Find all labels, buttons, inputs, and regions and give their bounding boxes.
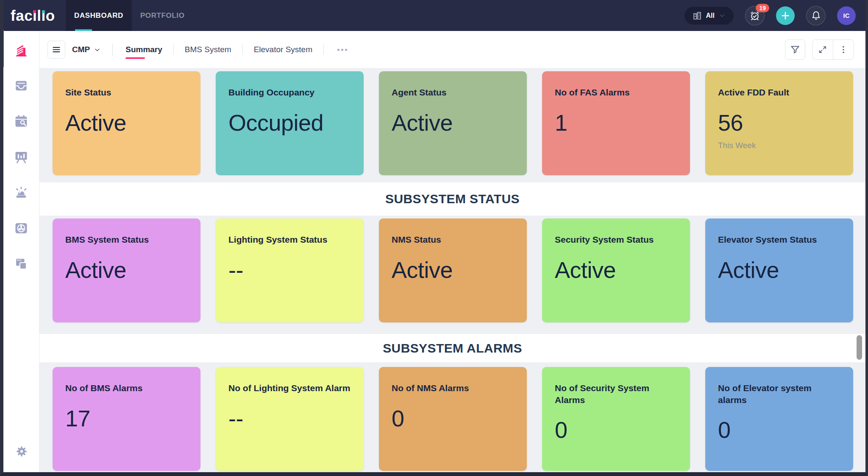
- card-value: Active: [392, 109, 514, 136]
- siren-icon: [14, 185, 29, 200]
- tab-label: BMS System: [185, 45, 231, 54]
- create-new-button[interactable]: [776, 6, 795, 25]
- card-label: Elevator System Status: [718, 234, 840, 246]
- tab-elevator-system[interactable]: Elevator System: [252, 31, 314, 69]
- tab-bms-system[interactable]: BMS System: [183, 31, 233, 69]
- nav-tab-dashboard[interactable]: DASHBOARD: [66, 0, 132, 31]
- stat-card[interactable]: No of FAS Alarms1: [542, 71, 690, 175]
- stat-card[interactable]: No of NMS Alarms0: [379, 367, 527, 471]
- card-value: --: [228, 405, 351, 431]
- bell-icon: [810, 10, 822, 21]
- card-value: --: [228, 257, 351, 283]
- stat-card[interactable]: Agent StatusActive: [379, 71, 527, 175]
- kebab-icon: [838, 45, 849, 55]
- view-actions-group: [812, 39, 854, 60]
- dashboard-content: Site StatusActiveBuilding OccupancyOccup…: [39, 69, 865, 472]
- dashboard-tabs: Summary BMS System Elevator System: [124, 31, 347, 69]
- fullscreen-button[interactable]: [812, 40, 833, 59]
- toolbar-divider: [112, 44, 113, 56]
- sidebar-nav: [3, 31, 39, 472]
- card-grid: No of BMS Alarms17No of Lighting System …: [39, 367, 865, 471]
- stat-card[interactable]: Active FDD Fault56This Week: [705, 71, 853, 175]
- sidebar-item-maintenance[interactable]: [13, 113, 29, 129]
- sidebar-item-apps[interactable]: [13, 256, 29, 272]
- tab-summary[interactable]: Summary: [124, 31, 164, 69]
- chart-board-icon: [14, 149, 29, 165]
- top-nav-tabs: DASHBOARD PORTFOLIO: [66, 0, 193, 31]
- sidebar-item-settings[interactable]: [3, 445, 39, 458]
- stat-card[interactable]: Lighting System Status--: [216, 218, 364, 322]
- buildings-icon: [692, 11, 702, 21]
- sidebar-item-dashboards[interactable]: [13, 149, 29, 165]
- card-label: No of Lighting System Alarm: [228, 382, 351, 394]
- stat-card[interactable]: No of Lighting System Alarm--: [216, 367, 364, 471]
- card-label: Active FDD Fault: [718, 87, 840, 98]
- top-nav-actions: All 19 IC: [684, 0, 865, 31]
- sidebar-item-inbox[interactable]: [13, 78, 29, 94]
- toolbar-actions: [785, 39, 854, 60]
- card-value: 56: [718, 109, 840, 136]
- stat-card[interactable]: BMS System StatusActive: [53, 218, 200, 322]
- stat-card[interactable]: Site StatusActive: [53, 71, 200, 175]
- sidebar-item-hvac[interactable]: [13, 220, 29, 236]
- stat-card[interactable]: NMS StatusActive: [379, 218, 527, 322]
- site-scope-dropdown[interactable]: All: [684, 7, 734, 25]
- card-value: Active: [65, 109, 188, 136]
- dashboard-toolbar: CMP Summary BMS System Elevator System: [39, 31, 865, 69]
- card-value: 1: [555, 109, 677, 136]
- sidebar-item-alarms[interactable]: [13, 185, 29, 201]
- stat-card[interactable]: No of Security System Alarms0: [542, 367, 690, 471]
- section-title: SUBSYSTEM ALARMS: [383, 341, 522, 356]
- card-value: 17: [65, 405, 188, 431]
- card-label: No of BMS Alarms: [65, 382, 188, 394]
- card-label: Site Status: [65, 87, 188, 98]
- card-value: 0: [392, 405, 514, 431]
- card-label: No of Elevator system alarms: [718, 382, 840, 406]
- top-navbar: facılıo DASHBOARD PORTFOLIO All 19: [3, 0, 865, 31]
- more-options-button[interactable]: [833, 40, 854, 59]
- card-label: NMS Status: [392, 234, 514, 246]
- site-scope-value: All: [706, 12, 715, 20]
- notifications-button[interactable]: [806, 6, 826, 25]
- nav-tab-label: DASHBOARD: [74, 11, 123, 20]
- maintenance-wrench-icon: [14, 114, 29, 129]
- main-area: CMP Summary BMS System Elevator System: [39, 31, 865, 472]
- card-value: Active: [555, 257, 677, 283]
- card-value: Active: [65, 257, 188, 283]
- more-tabs-button[interactable]: [337, 31, 347, 69]
- card-value: Active: [718, 257, 840, 283]
- tab-separator: [173, 45, 174, 55]
- stat-card[interactable]: No of Elevator system alarms0: [705, 367, 853, 471]
- avatar-initials: IC: [843, 12, 850, 19]
- user-avatar[interactable]: IC: [837, 6, 856, 25]
- app-logo[interactable]: facılıo: [11, 0, 58, 31]
- dashboard-name-dropdown[interactable]: CMP: [72, 45, 101, 54]
- stat-card[interactable]: No of BMS Alarms17: [53, 367, 200, 471]
- inbox-tray-icon: [14, 78, 29, 93]
- chevron-down-icon: [718, 12, 726, 20]
- tab-label: Summary: [125, 45, 162, 54]
- hamburger-icon: [51, 45, 61, 55]
- section-title: SUBSYSTEM STATUS: [385, 192, 520, 206]
- app-windows-icon: [14, 256, 29, 272]
- section-band: SUBSYSTEM STATUS: [39, 182, 865, 216]
- plus-icon: [780, 10, 791, 21]
- active-item-accent: [0, 30, 4, 67]
- card-value: Active: [392, 257, 514, 283]
- dashboard-list-button[interactable]: [47, 41, 65, 59]
- nav-tab-portfolio[interactable]: PORTFOLIO: [132, 0, 193, 31]
- scrollbar-thumb[interactable]: [857, 335, 862, 360]
- dashboard-name: CMP: [72, 45, 90, 54]
- card-label: Agent Status: [392, 87, 514, 98]
- alarms-button[interactable]: 19: [745, 6, 765, 25]
- stat-card[interactable]: Elevator System StatusActive: [705, 218, 853, 322]
- filter-button[interactable]: [785, 39, 805, 60]
- card-grid: BMS System StatusActiveLighting System S…: [39, 218, 865, 322]
- alarm-count-badge: 19: [756, 4, 769, 12]
- card-label: Building Occupancy: [228, 87, 351, 98]
- filter-icon: [790, 44, 801, 55]
- app-window: facılıo DASHBOARD PORTFOLIO All 19: [0, 0, 868, 476]
- stat-card[interactable]: Building OccupancyOccupied: [216, 71, 364, 175]
- sidebar-item-portfolio[interactable]: [13, 42, 29, 58]
- stat-card[interactable]: Security System StatusActive: [542, 218, 690, 322]
